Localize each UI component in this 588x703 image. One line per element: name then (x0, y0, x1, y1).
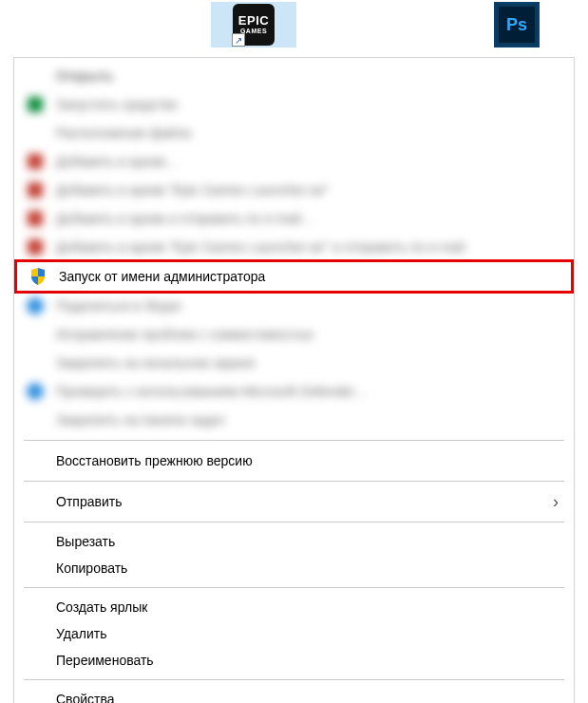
shortcut-overlay-icon: ↗ (232, 33, 245, 47)
context-menu-item-blurred[interactable]: Поделиться в Skype (14, 292, 574, 320)
desktop-icon-epic-games[interactable]: EPIC GAMES ↗ (211, 2, 296, 48)
share-icon (26, 296, 45, 315)
menu-item-label: Добавить в архив и отправить по e-mail… (56, 211, 314, 226)
menu-item-label: Закрепить на начальном экране (56, 355, 256, 370)
menu-separator (24, 522, 564, 522)
menu-separator (24, 587, 564, 588)
menu-item-label: Удалить (56, 626, 106, 641)
context-menu-restore-previous[interactable]: Восстановить прежнюю версию (14, 446, 574, 475)
menu-item-label: Восстановить прежнюю версию (56, 453, 253, 468)
context-menu-item-blurred[interactable]: Проверить с использованием Microsoft Def… (14, 377, 574, 406)
context-menu-create-shortcut[interactable]: Создать ярлык (14, 594, 574, 620)
context-menu-item-blurred[interactable]: Добавить в архив "Epic Games Launcher.ra… (14, 233, 574, 261)
context-menu-item-blurred[interactable]: Добавить в архив… (14, 147, 574, 176)
menu-item-label: Запустить средство (56, 97, 178, 112)
context-menu-cut[interactable]: Вырезать (14, 528, 574, 555)
menu-item-label: Переименовать (56, 653, 154, 668)
context-menu-item-blurred[interactable]: Закрепить на начальном экране (14, 349, 574, 377)
context-menu-rename[interactable]: Переименовать (14, 647, 574, 674)
context-menu-item-blurred[interactable]: Исправление проблем с совместимостью (14, 320, 574, 349)
context-menu: Открыть Запустить средство Расположение … (13, 57, 575, 703)
context-menu-run-as-admin[interactable]: Запуск от имени администратора (17, 262, 571, 291)
menu-item-label: Запуск от имени администратора (59, 269, 265, 284)
photoshop-icon: Ps (496, 4, 538, 46)
context-menu-item-blurred[interactable]: Добавить в архив и отправить по e-mail… (14, 204, 574, 233)
menu-item-label: Свойства (56, 692, 114, 703)
archive-icon (26, 152, 45, 171)
desktop-area: EPIC GAMES ↗ Ps (0, 0, 588, 51)
desktop-icon-photoshop[interactable]: Ps (490, 2, 543, 48)
context-menu-item-blurred[interactable]: Расположение файла (14, 119, 574, 147)
menu-item-label: Закрепить на панели задач (56, 412, 225, 428)
context-menu-delete[interactable]: Удалить (14, 620, 574, 647)
menu-item-label: Добавить в архив "Epic Games Launcher.ra… (56, 239, 465, 255)
menu-item-label: Проверить с использованием Microsoft Def… (56, 384, 368, 399)
menu-separator (24, 679, 564, 680)
chevron-right-icon: › (553, 492, 559, 512)
menu-item-label: Добавить в архив… (56, 154, 179, 169)
menu-item-label: Открыть (56, 68, 114, 84)
defender-icon (26, 382, 45, 401)
menu-item-label: Отправить (56, 494, 122, 509)
context-menu-properties[interactable]: Свойства (14, 686, 574, 703)
generic-app-icon (26, 95, 45, 114)
epic-games-icon: EPIC GAMES ↗ (233, 4, 275, 46)
context-menu-item-blurred[interactable]: Добавить в архив "Epic Games Launcher.ra… (14, 176, 574, 204)
context-menu-header[interactable]: Открыть (14, 62, 574, 90)
menu-item-label: Поделиться в Skype (56, 298, 180, 314)
menu-item-label: Добавить в архив "Epic Games Launcher.ra… (56, 182, 329, 198)
menu-item-label: Создать ярлык (56, 599, 147, 615)
menu-item-label: Копировать (56, 560, 127, 576)
context-menu-copy[interactable]: Копировать (14, 555, 574, 581)
photoshop-label: Ps (506, 15, 527, 35)
menu-item-label: Расположение файла (56, 125, 191, 141)
context-menu-item-blurred[interactable]: Запустить средство (14, 90, 574, 119)
menu-item-label: Исправление проблем с совместимостью (56, 327, 313, 342)
highlight-box: Запуск от имени администратора (14, 259, 574, 294)
menu-item-label: Вырезать (56, 534, 115, 549)
epic-logo-line1: EPIC (238, 15, 269, 27)
archive-icon (26, 209, 45, 228)
uac-shield-icon (28, 267, 47, 286)
context-menu-item-blurred[interactable]: Закрепить на панели задач (14, 406, 574, 434)
archive-icon (26, 180, 45, 200)
menu-separator (24, 481, 564, 482)
archive-icon (26, 238, 45, 256)
menu-separator (24, 440, 564, 441)
context-menu-send-to[interactable]: Отправить › (14, 487, 574, 516)
